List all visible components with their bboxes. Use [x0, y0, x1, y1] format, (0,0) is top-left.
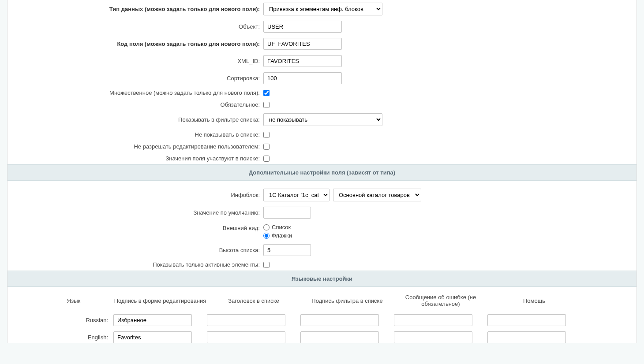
lang-edit-input[interactable]: [113, 331, 192, 343]
default-label: Значение по умолчанию:: [7, 209, 263, 216]
lang-table-header: Язык Подпись в форме редактирования Заго…: [34, 294, 610, 307]
lang-col-error: Сообщение об ошибке (не обязательное): [394, 294, 487, 307]
filter-select[interactable]: не показывать: [263, 113, 382, 126]
lang-row-name: Russian:: [34, 317, 113, 323]
section-additional-header: Дополнительные настройки поля (зависят о…: [7, 164, 637, 181]
lang-error-input[interactable]: [394, 314, 472, 326]
lang-col-lang: Язык: [34, 297, 113, 304]
object-label: Объект:: [7, 23, 263, 30]
data-type-label: Тип данных (можно задать только для ново…: [7, 6, 263, 12]
required-checkbox[interactable]: [263, 102, 270, 108]
data-type-select[interactable]: Привязка к элементам инф. блоков: [263, 3, 382, 15]
lang-col-help: Помощь: [487, 297, 581, 304]
no-edit-label: Не разрешать редактирование пользователе…: [7, 143, 263, 150]
display-label: Внешний вид:: [7, 224, 263, 231]
list-height-input[interactable]: [263, 244, 311, 256]
multiple-checkbox[interactable]: [263, 90, 270, 96]
xml-id-input[interactable]: [263, 55, 342, 67]
lang-error-input[interactable]: [394, 331, 472, 343]
lang-list-input[interactable]: [207, 314, 285, 326]
in-search-label: Значения поля участвуют в поиске:: [7, 155, 263, 162]
object-input[interactable]: [263, 21, 342, 33]
display-list-label: Список: [272, 224, 291, 230]
no-edit-checkbox[interactable]: [263, 144, 270, 150]
hide-list-label: Не показывать в списке:: [7, 131, 263, 138]
field-code-label: Код поля (можно задать только для нового…: [7, 41, 263, 47]
lang-row: Russian:: [34, 314, 610, 326]
list-height-label: Высота списка:: [7, 247, 263, 253]
display-list-radio[interactable]: [263, 224, 270, 230]
lang-col-edit: Подпись в форме редактирования: [113, 297, 207, 304]
display-flags-radio[interactable]: [263, 233, 270, 239]
multiple-label: Множественное (можно задать только для н…: [7, 89, 263, 96]
lang-filter-input[interactable]: [300, 314, 379, 326]
lang-row-name: English:: [34, 334, 113, 341]
filter-label: Показывать в фильтре списка:: [7, 116, 263, 123]
section-lang-header: Языковые настройки: [7, 271, 637, 287]
hide-list-checkbox[interactable]: [263, 132, 270, 138]
xml-id-label: XML_ID:: [7, 58, 263, 64]
active-only-checkbox[interactable]: [263, 262, 270, 268]
in-search-checkbox[interactable]: [263, 156, 270, 162]
lang-help-input[interactable]: [487, 314, 566, 326]
lang-col-filter: Подпись фильтра в списке: [300, 297, 394, 304]
lang-filter-input[interactable]: [300, 331, 379, 343]
sort-label: Сортировка:: [7, 75, 263, 82]
lang-row: English:: [34, 331, 610, 343]
lang-table: Язык Подпись в форме редактирования Заго…: [7, 287, 637, 343]
sort-input[interactable]: [263, 72, 342, 84]
iblock-label: Инфоблок:: [7, 192, 263, 198]
active-only-label: Показывать только активные элементы:: [7, 261, 263, 268]
user-field-form: Тип данных (можно задать только для ново…: [7, 0, 637, 343]
lang-edit-input[interactable]: [113, 314, 192, 326]
field-code-input[interactable]: [263, 38, 342, 50]
default-input[interactable]: [263, 207, 311, 219]
lang-list-input[interactable]: [207, 331, 285, 343]
display-radio-group: Список Флажки: [263, 224, 292, 239]
iblock-select[interactable]: Основной каталог товаров [: [333, 189, 421, 201]
required-label: Обязательное:: [7, 101, 263, 108]
lang-col-list: Заголовок в списке: [207, 297, 300, 304]
lang-help-input[interactable]: [487, 331, 566, 343]
display-flags-label: Флажки: [272, 232, 292, 239]
iblock-type-select[interactable]: 1С Каталог [1c_cata: [263, 189, 329, 201]
